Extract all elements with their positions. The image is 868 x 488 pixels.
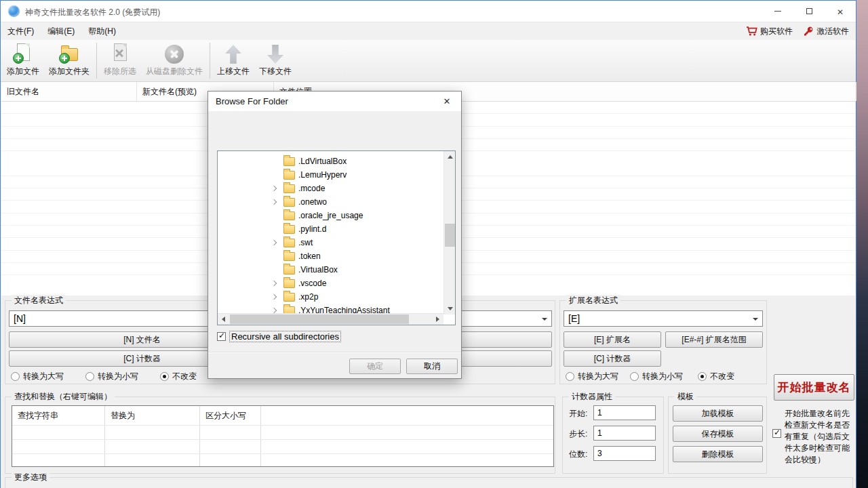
toolbar-remove-file-button[interactable]: 移除所选 [99,40,141,81]
tree-item-label: .xp2p [298,292,318,302]
close-button[interactable] [825,1,856,22]
scroll-right-button[interactable] [432,314,443,325]
ok-button[interactable]: 确定 [349,359,401,374]
tree-item[interactable]: .oracle_jre_usage [218,209,455,222]
tree-item[interactable]: .xp2p [218,290,455,304]
more-options-title[interactable]: 更多选项 [12,472,50,483]
tree-item[interactable]: .swt [218,236,455,249]
cancel-button-label: 取消 [424,361,440,372]
toolbar-add-folder-button[interactable]: 添加文件夹 [44,40,94,81]
dialog-title: Browse For Folder [216,96,288,106]
cancel-button[interactable]: 取消 [406,359,458,374]
tree-item[interactable]: .vscode [218,277,455,290]
activate-software-button[interactable]: 激活软件 [804,26,849,37]
tree-item[interactable]: .token [218,249,455,263]
tree-item[interactable]: .onetwo [218,195,455,209]
tree-item[interactable]: .mcode [218,182,455,195]
template-button-1[interactable]: 保存模板 [673,426,763,442]
filename-case-radio-0[interactable]: 转换为大写 [11,371,64,382]
folder-tree[interactable]: .LdVirtualBox.LemuHyperv.mcode.onetwo.or… [217,150,456,325]
duplicate-check-checkbox[interactable] [772,429,781,438]
extension-expression-combo[interactable]: [E] [564,310,763,327]
chevron-right-icon[interactable] [271,240,277,245]
circle-x-glyph [165,45,184,64]
menu-item-1[interactable]: 编辑(E) [41,26,81,37]
tree-item[interactable]: .LemuHyperv [218,168,455,182]
tree-item-label: .vscode [298,279,326,288]
app-icon [8,5,20,17]
chevron-right-icon[interactable] [271,199,277,205]
tree-item[interactable]: .pylint.d [218,222,455,236]
extension-case-radio-0[interactable]: 转换为大写 [566,371,618,382]
counter-row-label: 步长: [569,428,587,440]
plus-badge-icon [13,53,24,64]
scroll-left-button[interactable] [218,314,229,325]
radio-label: 不改变 [172,371,197,382]
template-button-2[interactable]: 删除模板 [673,446,763,462]
duplicate-check-label: 开始批量改名前先检查新文件名是否有重复（勾选后文件太多时检查可能会比较慢） [785,408,856,466]
dialog-close-button[interactable] [433,92,461,111]
recursive-checkbox[interactable] [217,332,226,341]
chevron-right-icon[interactable] [271,308,277,313]
filename-case-radio-2[interactable]: 不改变 [160,371,197,382]
dialog-title-bar: Browse For Folder [208,92,461,111]
tree-item[interactable]: .LdVirtualBox [218,155,455,168]
scroll-right-icon [436,317,439,322]
recursive-checkbox-row: Recursive all subdirectories [217,331,340,342]
extension-range-button[interactable]: [E#-#] 扩展名范围 [665,331,763,348]
tree-item-label: .onetwo [298,197,327,207]
radio-dot-icon [630,372,639,381]
fr-column-header-0: 查找字符串 [12,406,105,466]
radio-dot-icon [11,372,20,381]
menu-item-2[interactable]: 帮助(H) [81,26,123,37]
column-header-0[interactable]: 旧文件名 [1,82,137,101]
folder-icon [283,157,295,166]
toolbar-add-file-button[interactable]: 添加文件 [2,40,44,81]
counter-input[interactable]: 1 [593,405,656,420]
radio-dot-icon [85,372,94,381]
scroll-down-button[interactable] [444,303,456,314]
scroll-up-button[interactable] [444,151,456,163]
chevron-right-icon[interactable] [271,294,277,300]
toolbar-separator [210,43,210,79]
extension-counter-button[interactable]: [C] 计数器 [564,350,661,367]
template-button-0[interactable]: 加载模板 [673,405,763,422]
vertical-scroll-thumb[interactable] [445,224,455,247]
extension-expression-group: 扩展名表达式 [E] [E] 扩展名 [E#-#] 扩展名范围 [C] 计数器 … [559,300,767,384]
toolbar-move-up-button[interactable]: 上移文件 [212,40,254,81]
horizontal-scroll-thumb[interactable] [230,314,409,324]
buy-software-button[interactable]: 购买软件 [746,26,793,37]
horizontal-scrollbar[interactable] [218,313,443,325]
window-title: 神奇文件批量改名软件 2.0 (免费试用) [25,7,160,18]
insert-extension-button[interactable]: [E] 扩展名 [564,331,661,348]
radio-dot-icon [160,372,169,381]
browse-for-folder-dialog: Browse For Folder .LdVirtualBox.LemuHype… [208,91,462,379]
chevron-right-icon[interactable] [271,186,277,191]
add-file-icon [12,43,35,64]
tree-item[interactable]: .VirtualBox [218,263,455,277]
insert-extension-label: [E] 扩展名 [594,334,631,346]
toolbar-move-down-button[interactable]: 下移文件 [254,40,296,81]
vertical-scrollbar[interactable] [443,151,455,314]
radio-label: 转换为小写 [642,371,683,382]
extension-case-radio-2[interactable]: 不改变 [698,371,734,382]
toolbar-button-label: 从磁盘删除文件 [146,66,203,77]
extension-range-label: [E#-#] 扩展名范围 [682,334,746,346]
menu-item-0[interactable]: 文件(F) [1,26,41,37]
filename-case-radio-1[interactable]: 转换为小写 [85,371,138,382]
toolbar-delete-disk-button[interactable]: 从磁盘删除文件 [141,40,208,81]
maximize-button[interactable] [793,1,825,22]
extension-case-radio-1[interactable]: 转换为小写 [630,371,683,382]
minimize-button[interactable] [762,1,793,22]
find-replace-table[interactable]: 查找字符串替换为区分大小写 [12,405,554,467]
recursive-checkbox-label[interactable]: Recursive all subdirectories [230,331,340,342]
radio-label: 转换为大写 [578,371,618,382]
counter-input[interactable]: 3 [593,446,656,461]
title-bar: 神奇文件批量改名软件 2.0 (免费试用) [1,1,856,22]
counter-row-label: 位数: [569,449,587,460]
counter-input[interactable]: 1 [593,426,656,441]
toolbar-button-label: 移除所选 [104,66,136,77]
start-batch-rename-button[interactable]: 开始批量改名 [774,374,854,401]
find-replace-group: 查找和替换（右键可编辑） 查找字符串替换为区分大小写 [5,396,555,474]
chevron-right-icon[interactable] [271,281,277,286]
